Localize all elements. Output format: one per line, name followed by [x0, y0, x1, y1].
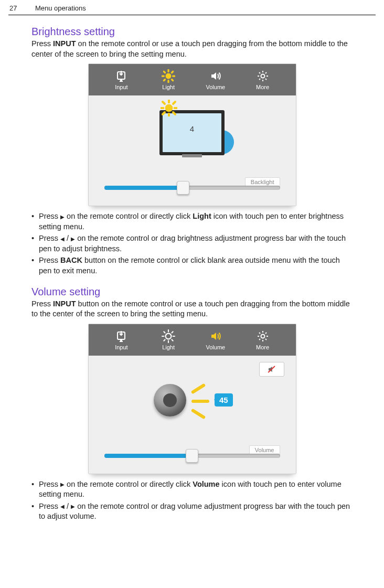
speaker-icon — [154, 384, 186, 416]
svg-line-29 — [163, 112, 165, 114]
brightness-bullets: Press ▶ on the remote control or directl… — [31, 211, 353, 276]
svg-point-13 — [261, 74, 264, 78]
volume-bullets: Press ▶ on the remote control or directl… — [31, 479, 353, 522]
tab-bar-1: Input Light Volume — [89, 64, 296, 95]
svg-line-18 — [259, 72, 260, 73]
svg-line-9 — [164, 71, 165, 72]
slider-thumb[interactable] — [177, 181, 189, 195]
svg-line-27 — [163, 102, 165, 104]
svg-line-30 — [173, 102, 175, 104]
mini-sun-icon — [161, 100, 177, 116]
tab-light[interactable]: Light — [145, 324, 192, 356]
bullet-2-1: Press ▶ on the remote control or directl… — [31, 479, 353, 500]
svg-line-43 — [172, 332, 173, 333]
right-arrow-icon: ▶ — [71, 236, 75, 243]
svg-line-49 — [259, 333, 260, 334]
svg-line-42 — [164, 339, 165, 340]
backlight-slider-row: Backlight — [104, 186, 280, 190]
gear-icon — [256, 69, 270, 83]
slider-thumb[interactable] — [186, 449, 198, 463]
light-icon — [162, 69, 175, 83]
svg-line-50 — [265, 339, 266, 340]
content: Brightness setting Press INPUT on the re… — [0, 15, 384, 522]
volume-slider-row: Volume — [104, 454, 280, 458]
tab-light[interactable]: Light — [145, 64, 192, 95]
svg-line-10 — [172, 80, 173, 81]
right-arrow-icon: ▶ — [60, 481, 65, 488]
svg-line-20 — [259, 79, 260, 80]
volume-icon — [209, 329, 222, 343]
svg-line-52 — [265, 333, 266, 334]
svg-point-4 — [166, 73, 172, 79]
tab-more[interactable]: More — [239, 64, 286, 95]
svg-line-28 — [173, 112, 175, 114]
tab-more[interactable]: More — [239, 324, 286, 356]
speaker-graphic: 45 — [147, 379, 237, 426]
svg-line-40 — [164, 332, 165, 333]
right-arrow-icon: ▶ — [60, 213, 65, 221]
svg-line-51 — [259, 339, 260, 340]
volume-ui-panel: Input Light Volume — [88, 324, 296, 474]
right-arrow-icon: ▶ — [71, 503, 75, 510]
brightness-ui-panel: Input Light Volume — [88, 63, 296, 206]
page-title: Menu operations — [35, 4, 86, 12]
tab-volume-selected[interactable]: Volume — [192, 324, 239, 356]
svg-line-41 — [172, 339, 173, 340]
mute-icon — [266, 365, 278, 374]
input-icon — [114, 69, 128, 83]
bullet-2-2: Press ◀ / ▶ on the remote control or dra… — [31, 501, 353, 522]
svg-point-44 — [261, 334, 264, 338]
backlight-slider[interactable] — [104, 186, 280, 190]
backlight-value: 4 — [190, 124, 194, 133]
volume-slider[interactable] — [104, 454, 280, 458]
svg-point-22 — [165, 104, 173, 112]
bullet-1-3: Press BACK button on the remote control … — [31, 255, 353, 276]
brightness-panel-body: 4 Backlight — [89, 95, 296, 206]
light-icon — [162, 329, 175, 343]
tab-input[interactable]: Input — [98, 64, 145, 95]
volume-panel-body: 45 Volume — [89, 356, 296, 474]
section-title-volume: Volume setting — [31, 286, 353, 298]
page-number: 27 — [9, 4, 17, 12]
intro-paragraph-2: Press INPUT button on the remote control… — [31, 299, 353, 319]
svg-line-19 — [265, 79, 266, 80]
bullet-1-1: Press ▶ on the remote control or directl… — [31, 211, 353, 232]
svg-point-35 — [166, 333, 172, 339]
slider-label: Volume — [249, 445, 280, 455]
page-header: 27 Menu operations — [8, 0, 376, 15]
left-arrow-icon: ◀ — [60, 236, 65, 243]
volume-value: 45 — [215, 393, 233, 407]
gear-icon — [256, 329, 270, 343]
svg-line-21 — [265, 72, 266, 73]
intro-paragraph-1: Press INPUT on the remote control or use… — [31, 39, 353, 59]
svg-line-12 — [172, 71, 173, 72]
section-title-brightness: Brightness setting — [31, 26, 353, 38]
tab-volume[interactable]: Volume — [192, 64, 239, 95]
svg-line-11 — [164, 80, 165, 81]
tab-bar-2: Input Light Volume — [89, 324, 296, 356]
volume-icon — [209, 69, 222, 83]
input-icon — [114, 329, 128, 343]
left-arrow-icon: ◀ — [60, 503, 65, 510]
tab-input[interactable]: Input — [98, 324, 145, 356]
mute-button[interactable] — [259, 362, 284, 377]
bullet-1-2: Press ◀ / ▶ on the remote control or dra… — [31, 233, 353, 254]
